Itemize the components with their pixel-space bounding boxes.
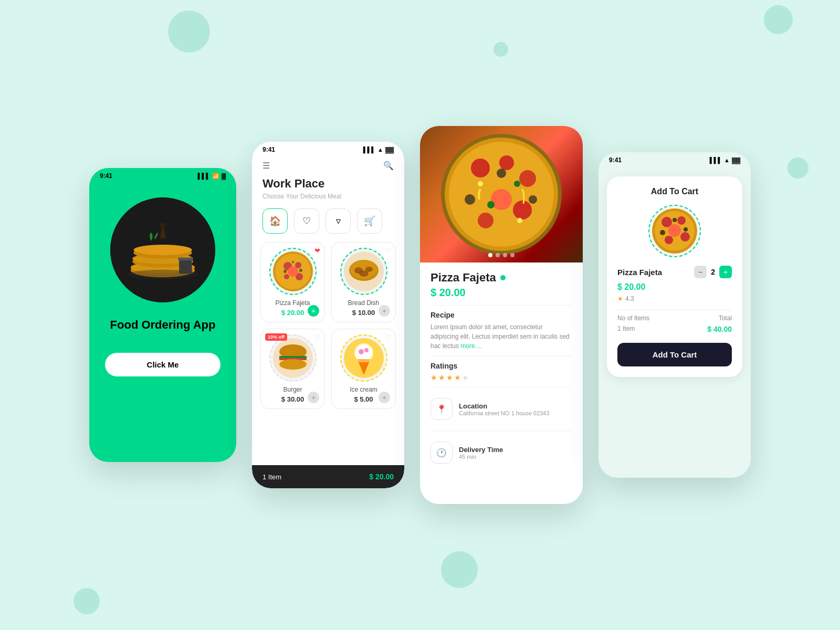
battery-icon-4: ▓▓	[732, 157, 740, 163]
recipe-more[interactable]: more....	[460, 342, 482, 350]
svg-point-26	[359, 270, 369, 277]
food-card-burger[interactable]: 10% off ♡ Burger $ 30.00 +	[260, 329, 325, 409]
splash-title: Food Ordering App	[110, 318, 216, 332]
hero-dot-2	[496, 253, 500, 257]
svg-point-17	[288, 266, 298, 277]
pizza-hero	[420, 126, 583, 262]
location-title: Location	[459, 402, 549, 410]
burger-image	[269, 334, 317, 382]
nav-tab-filter[interactable]: ▿	[326, 208, 351, 234]
heart-empty-icon-bread[interactable]: ♡	[385, 247, 391, 255]
total-value: $ 40.00	[707, 325, 732, 333]
qty-minus-btn[interactable]: −	[694, 266, 707, 278]
svg-point-35	[356, 345, 372, 361]
location-info: Location California street NO 1 house 02…	[459, 402, 549, 416]
hero-dots	[488, 253, 514, 257]
svg-point-59	[665, 236, 673, 244]
food-card-pizza[interactable]: ❤ Pizza Fajeta	[260, 242, 325, 322]
svg-point-7	[160, 223, 165, 228]
cart-card: Add To Cart Pizza Fajeta	[607, 176, 742, 377]
add-to-cart-button[interactable]: Add To Cart	[617, 343, 732, 366]
svg-point-43	[519, 170, 536, 187]
burger-add-btn[interactable]: +	[308, 392, 319, 403]
deco-circle-2	[764, 5, 793, 34]
nav-tab-cart[interactable]: 🛒	[357, 208, 382, 234]
star-rating: ★ ★ ★ ★ ★	[430, 373, 572, 382]
heart-filled-icon[interactable]: ❤	[314, 247, 320, 255]
svg-point-45	[478, 213, 494, 228]
pizza-image	[269, 248, 317, 295]
svg-point-37	[364, 348, 369, 352]
search-icon[interactable]: 🔍	[383, 161, 394, 171]
click-me-button[interactable]: Click Me	[105, 353, 220, 376]
food-card-icecream[interactable]: ♡ Ice cream $ 5.00 +	[331, 329, 396, 409]
nav-tab-favorites[interactable]: ♡	[294, 208, 319, 234]
deco-circle-4	[74, 588, 100, 614]
clock-icon: 🕐	[436, 448, 447, 458]
total-label: Total	[719, 314, 732, 322]
pizza-add-btn[interactable]: +	[308, 305, 319, 317]
cart-item-row: Pizza Fajeta − 2 +	[617, 266, 732, 278]
divider-cart	[617, 310, 732, 310]
svg-rect-9	[179, 259, 192, 274]
svg-point-19	[299, 269, 302, 272]
svg-point-20	[292, 261, 294, 263]
pancake-svg	[110, 197, 215, 302]
food-grid: ❤ Pizza Fajeta	[252, 242, 404, 409]
status-bar-4: 9:41 ▌▌▌ ▲ ▓▓	[598, 152, 751, 166]
nav-tab-home[interactable]: 🏠	[262, 208, 288, 234]
splash-food-image	[110, 197, 215, 302]
svg-point-62	[684, 227, 688, 232]
deco-circle-5	[788, 158, 808, 178]
hero-dot-1	[488, 253, 492, 257]
svg-rect-10	[178, 257, 193, 260]
star-2: ★	[438, 373, 445, 382]
star-1: ★	[430, 373, 437, 382]
icecream-image	[340, 334, 387, 382]
status-bar-2: 9:41 ▌▌▌ ▲ ▓▓	[252, 142, 404, 155]
cart-bar[interactable]: 1 Item $ 20.00	[252, 465, 404, 488]
icecream-add-btn[interactable]: +	[379, 392, 390, 403]
cart-card-title: Add To Cart	[617, 187, 732, 196]
battery-icon-2: ▓▓	[385, 146, 394, 153]
star-3: ★	[446, 373, 453, 382]
delivery-value: 45 min	[459, 454, 503, 460]
status-time-1: 9:41	[100, 172, 112, 180]
bread-add-btn[interactable]: +	[379, 305, 390, 317]
qty-plus-btn[interactable]: +	[719, 266, 732, 278]
heart-empty-icon-burger[interactable]: ♡	[314, 333, 320, 341]
svg-point-50	[487, 201, 495, 208]
hamburger-icon[interactable]: ☰	[262, 161, 270, 171]
divider-1	[430, 305, 572, 306]
delivery-title: Delivery Time	[459, 446, 503, 454]
bread-image	[340, 248, 387, 295]
divider-3	[430, 387, 572, 387]
recipe-title: Recipe	[430, 311, 572, 319]
no-items-label: No of Items	[617, 314, 649, 322]
cart-item-name: Pizza Fajeta	[617, 268, 662, 277]
cart-bar-price: $ 20.00	[369, 472, 394, 481]
signal-icon-4: ▌▌▌	[710, 157, 722, 163]
qty-control: − 2 +	[694, 266, 732, 278]
location-row: 📍 Location California street NO 1 house …	[430, 393, 572, 425]
cart-rating-value: 4.3	[625, 295, 634, 302]
nav-tabs: 🏠 ♡ ▿ 🛒	[252, 208, 404, 242]
cart-summary-values: 1 Item $ 40.00	[617, 325, 732, 333]
phone-cart: 9:41 ▌▌▌ ▲ ▓▓ Add To Cart	[598, 152, 751, 478]
svg-point-61	[660, 230, 665, 235]
food-card-bread[interactable]: ♡ Bread Dish $ 10.00 +	[331, 242, 396, 322]
heart-empty-icon-icecream[interactable]: ♡	[385, 333, 391, 341]
svg-point-44	[513, 201, 532, 219]
svg-point-48	[529, 195, 537, 204]
svg-point-49	[497, 169, 506, 178]
recipe-text: Lorem ipsum dolor sit amet, consectetur …	[430, 322, 572, 351]
svg-point-16	[284, 274, 289, 279]
phone-menu: 9:41 ▌▌▌ ▲ ▓▓ ☰ 🔍 Work Place Choose Your…	[252, 142, 404, 488]
ratings-title: Ratings	[430, 362, 572, 370]
pizza-visual	[420, 126, 583, 262]
svg-point-32	[279, 359, 307, 370]
phone-splash: 9:41 ▌▌▌ 📶 ▓	[89, 168, 236, 462]
divider-4	[430, 430, 572, 431]
signal-icon-2: ▌▌▌	[363, 146, 375, 153]
svg-point-63	[673, 218, 677, 222]
